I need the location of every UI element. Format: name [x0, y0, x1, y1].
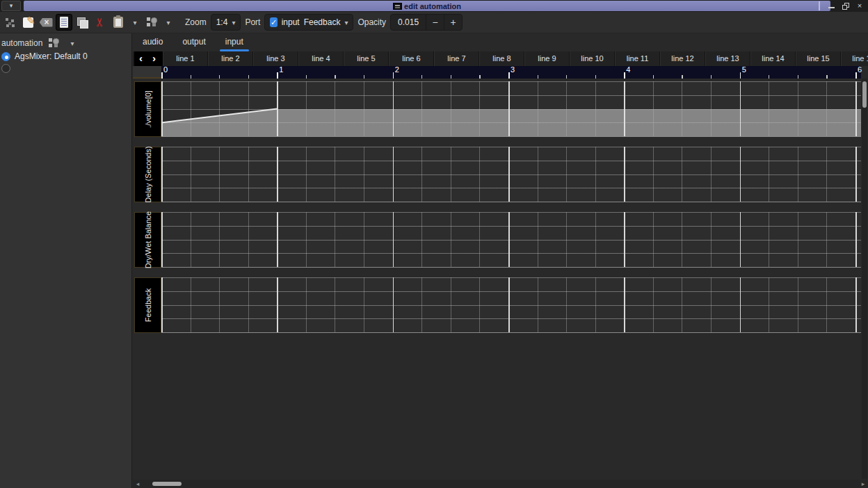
- automation-toolbar: ✂ ▾ ▾ Zoom 1:4 ▾ Port ✓ input Feedback ▾…: [0, 12, 868, 33]
- line-tab[interactable]: line 12: [660, 51, 705, 66]
- app-icon: [393, 3, 402, 10]
- line-tab[interactable]: line 13: [705, 51, 750, 66]
- track-label-text: ./volume[0]: [144, 90, 152, 128]
- machine-label: AgsMixer: Default 0: [15, 51, 88, 61]
- select-button[interactable]: [56, 14, 72, 31]
- line-tab[interactable]: line 7: [434, 51, 479, 66]
- automation-track: Delay (Seconds): [134, 147, 861, 202]
- ruler-number: 0: [163, 65, 168, 74]
- cut-button[interactable]: ✂: [92, 14, 108, 31]
- maximize-button[interactable]: [841, 1, 851, 10]
- titlebar-drag-area[interactable]: edit automation: [24, 1, 830, 11]
- clear-button[interactable]: [38, 14, 54, 31]
- track-grid-area[interactable]: [161, 147, 861, 202]
- chevron-down-icon: ▾: [232, 19, 235, 26]
- tab-output[interactable]: output: [172, 33, 215, 51]
- edit-button[interactable]: [19, 14, 36, 31]
- line-tabs: line 1line 2line 3line 4line 5line 6line…: [163, 51, 868, 66]
- machine-radio-list: AgsMixer: Default 0: [0, 50, 131, 74]
- automation-editor: audiooutputinput ‹ › line 1line 2line 3l…: [133, 33, 868, 488]
- paste-menu-caret[interactable]: ▾: [131, 19, 139, 26]
- vertical-scrollbar[interactable]: [862, 79, 867, 479]
- track-grid-area[interactable]: [161, 277, 861, 333]
- ruler-number: 1: [279, 65, 283, 74]
- titlebar: ▾ edit automation ×: [0, 0, 868, 12]
- opacity-increment-button[interactable]: +: [444, 15, 462, 30]
- scrollbar-right-arrow-icon[interactable]: ▸: [858, 480, 868, 488]
- zoom-label: Zoom: [185, 17, 207, 27]
- clipboard-icon: [113, 17, 123, 28]
- line-tab[interactable]: line 16: [841, 51, 868, 66]
- scroll-right-button[interactable]: ›: [147, 51, 161, 66]
- titlebar-divider: [819, 1, 820, 10]
- paste-button[interactable]: [110, 14, 127, 31]
- line-tab[interactable]: line 11: [615, 51, 660, 66]
- zoom-combobox[interactable]: 1:4 ▾: [211, 14, 241, 31]
- line-tab[interactable]: line 10: [570, 51, 615, 66]
- vertical-scrollbar-thumb[interactable]: [862, 81, 867, 108]
- channel-tabs: audiooutputinput: [133, 33, 253, 51]
- scrollbar-left-arrow-icon[interactable]: ◂: [133, 480, 143, 488]
- chevron-down-icon: ▾: [344, 19, 348, 26]
- line-tab[interactable]: line 6: [389, 51, 434, 66]
- line-tab[interactable]: line 1: [163, 51, 208, 66]
- ruler-row: 0123456: [133, 66, 868, 79]
- tool-popup-button[interactable]: [143, 14, 160, 31]
- line-tab[interactable]: line 3: [253, 51, 298, 66]
- track-grid-area[interactable]: [161, 81, 861, 137]
- line-tab[interactable]: line 2: [208, 51, 253, 66]
- track-label: Feedback: [134, 277, 161, 333]
- machine-radio[interactable]: [1, 64, 10, 73]
- tool-menu-caret[interactable]: ▾: [164, 19, 172, 26]
- window-menu-button[interactable]: ▾: [1, 1, 21, 11]
- horizontal-scrollbar[interactable]: ◂ ▸: [133, 480, 868, 488]
- machine-radio-row: AgsMixer: Default 0: [0, 50, 131, 63]
- line-tab[interactable]: line 4: [298, 51, 344, 66]
- chevron-down-icon[interactable]: ▾: [70, 40, 74, 47]
- scissors-icon: ✂: [95, 17, 106, 27]
- port-checkbox[interactable]: ✓: [270, 17, 277, 27]
- opacity-decrement-button[interactable]: −: [426, 15, 444, 30]
- port-combobox[interactable]: ✓ input Feedback ▾: [264, 14, 353, 31]
- grid-lines: [161, 147, 861, 202]
- port-scope: input: [282, 17, 300, 27]
- automation-label: automation: [1, 38, 42, 48]
- horizontal-scrollbar-track[interactable]: [143, 480, 858, 488]
- port-label: Port: [245, 17, 260, 27]
- ruler-number: 4: [626, 65, 630, 74]
- line-tab[interactable]: line 5: [344, 51, 389, 66]
- position-cursor-button[interactable]: [1, 14, 18, 31]
- close-button[interactable]: ×: [855, 1, 865, 10]
- document-select-icon: [60, 17, 68, 28]
- minimize-button[interactable]: [827, 1, 837, 10]
- horizontal-scrollbar-thumb[interactable]: [152, 482, 182, 486]
- tool-kit-icon: [48, 38, 59, 49]
- tab-audio[interactable]: audio: [133, 33, 172, 51]
- automation-curve-line[interactable]: [161, 81, 861, 137]
- machine-radio[interactable]: [1, 52, 10, 61]
- opacity-value[interactable]: 0.015: [391, 17, 426, 27]
- track-label: ./volume[0]: [134, 81, 161, 137]
- machine-radio-row: [0, 63, 131, 74]
- line-tab[interactable]: line 8: [479, 51, 524, 66]
- grid-lines: [161, 277, 861, 332]
- track-grid-area[interactable]: [161, 212, 861, 268]
- scroll-left-button[interactable]: ‹: [134, 51, 147, 66]
- tab-input[interactable]: input: [216, 33, 253, 51]
- copy-button[interactable]: [74, 14, 90, 31]
- ruler-corner: [133, 66, 161, 79]
- track-label-text: Delay (Seconds): [144, 146, 152, 202]
- line-tab[interactable]: line 9: [524, 51, 570, 66]
- ruler-number: 2: [395, 65, 399, 74]
- automation-track: ./volume[0]: [134, 81, 861, 137]
- line-tab[interactable]: line 14: [750, 51, 796, 66]
- track-label-text: Feedback: [144, 288, 152, 322]
- zoom-value: 1:4: [216, 17, 228, 27]
- timeline-ruler: 0123456: [161, 66, 861, 79]
- automation-track: Feedback: [134, 277, 861, 333]
- port-name: Feedback: [304, 17, 341, 27]
- opacity-label: Opacity: [357, 17, 386, 27]
- track-label: Dry/Wet Balance: [134, 212, 161, 268]
- pencil-icon: [23, 17, 33, 28]
- line-tab[interactable]: line 15: [796, 51, 841, 66]
